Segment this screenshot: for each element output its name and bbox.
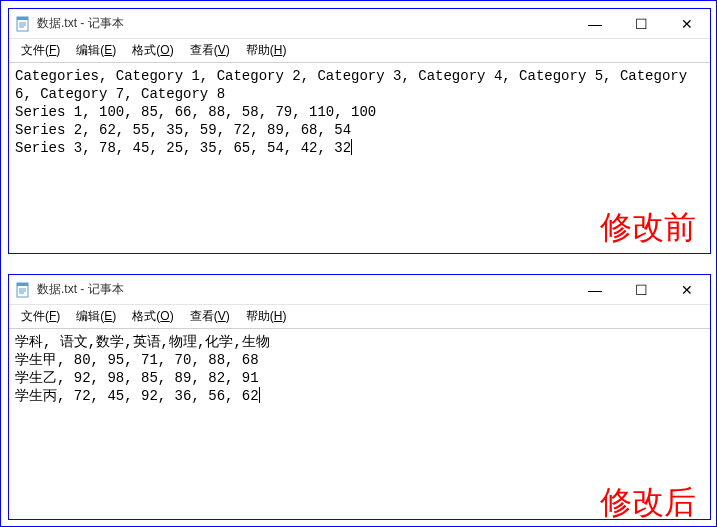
window-controls: — ☐ ✕: [572, 275, 710, 304]
close-button[interactable]: ✕: [664, 275, 710, 304]
menu-edit[interactable]: 编辑(E): [68, 40, 124, 61]
minimize-button[interactable]: —: [572, 275, 618, 304]
menu-help[interactable]: 帮助(H): [238, 306, 295, 327]
notepad-window-after: 数据.txt - 记事本 — ☐ ✕ 文件(F) 编辑(E) 格式(O) 查看(…: [8, 274, 711, 520]
svg-rect-6: [17, 283, 28, 286]
menu-file[interactable]: 文件(F): [13, 306, 68, 327]
text-cursor: [351, 139, 352, 155]
minimize-button[interactable]: —: [572, 9, 618, 38]
menu-format[interactable]: 格式(O): [124, 40, 181, 61]
text-content: Categories, Category 1, Category 2, Cate…: [15, 68, 696, 156]
text-area[interactable]: 学科, 语文,数学,英语,物理,化学,生物 学生甲, 80, 95, 71, 7…: [9, 329, 710, 519]
menu-view[interactable]: 查看(V): [182, 306, 238, 327]
menubar: 文件(F) 编辑(E) 格式(O) 查看(V) 帮助(H): [9, 305, 710, 329]
titlebar[interactable]: 数据.txt - 记事本 — ☐ ✕: [9, 275, 710, 305]
menu-help[interactable]: 帮助(H): [238, 40, 295, 61]
window-title: 数据.txt - 记事本: [37, 15, 124, 32]
maximize-button[interactable]: ☐: [618, 9, 664, 38]
menubar: 文件(F) 编辑(E) 格式(O) 查看(V) 帮助(H): [9, 39, 710, 63]
text-content: 学科, 语文,数学,英语,物理,化学,生物 学生甲, 80, 95, 71, 7…: [15, 334, 270, 404]
text-cursor: [259, 387, 260, 403]
close-button[interactable]: ✕: [664, 9, 710, 38]
menu-file[interactable]: 文件(F): [13, 40, 68, 61]
notepad-window-before: 数据.txt - 记事本 — ☐ ✕ 文件(F) 编辑(E) 格式(O) 查看(…: [8, 8, 711, 254]
window-controls: — ☐ ✕: [572, 9, 710, 38]
titlebar[interactable]: 数据.txt - 记事本 — ☐ ✕: [9, 9, 710, 39]
menu-edit[interactable]: 编辑(E): [68, 306, 124, 327]
notepad-icon: [15, 16, 31, 32]
menu-view[interactable]: 查看(V): [182, 40, 238, 61]
menu-format[interactable]: 格式(O): [124, 306, 181, 327]
svg-rect-1: [17, 17, 28, 20]
text-area[interactable]: Categories, Category 1, Category 2, Cate…: [9, 63, 710, 253]
maximize-button[interactable]: ☐: [618, 275, 664, 304]
window-title: 数据.txt - 记事本: [37, 281, 124, 298]
notepad-icon: [15, 282, 31, 298]
